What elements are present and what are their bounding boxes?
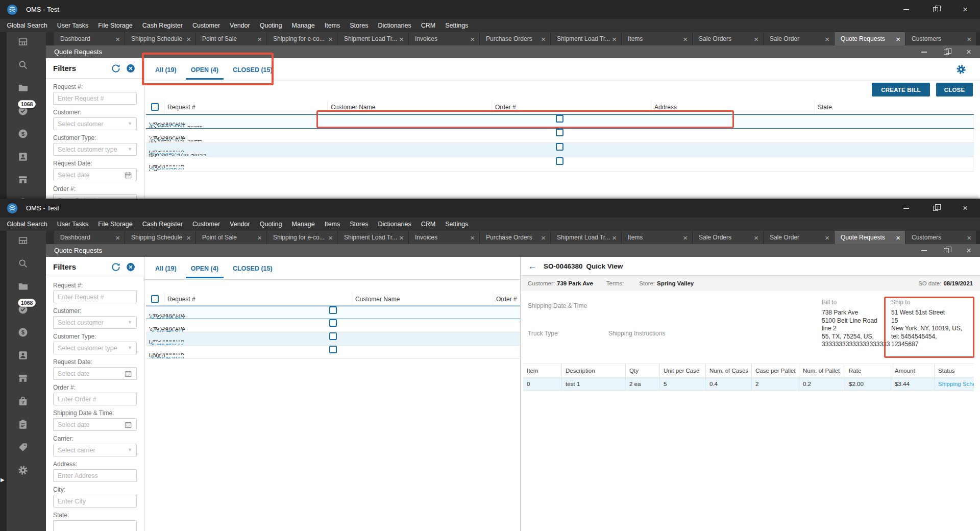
row-checkbox[interactable]: [329, 319, 337, 327]
column-customer[interactable]: Customer Name: [328, 100, 492, 114]
document-tab[interactable]: Dashboard ×: [54, 231, 125, 244]
clear-filters-icon[interactable]: [126, 63, 136, 74]
tab-close-icon[interactable]: ×: [896, 35, 900, 43]
document-tab[interactable]: Sale Order ×: [764, 32, 835, 45]
table-row[interactable]: QR-0000020 739 Park Ave SO-0046380: [146, 306, 520, 319]
tab-close-icon[interactable]: ×: [612, 234, 617, 242]
tab-close-icon[interactable]: ×: [896, 234, 900, 242]
items-table-row[interactable]: 0 test 1 2 ea 5 0.4 2 0.2 $2.00 $3.44 Sh…: [523, 377, 974, 391]
back-arrow-icon[interactable]: ←: [528, 261, 537, 271]
document-tab[interactable]: Shipment Load Tr... ×: [551, 32, 622, 45]
row-checkbox[interactable]: [329, 346, 337, 353]
menu-item[interactable]: Customer: [187, 221, 225, 228]
grid-settings-gear-icon[interactable]: [955, 64, 967, 75]
document-tab[interactable]: Shipment Load Tr... ×: [338, 32, 409, 45]
document-tab[interactable]: Items ×: [622, 231, 693, 244]
panel-minimize-button[interactable]: [913, 244, 935, 257]
table-row[interactable]: QR-0000019 739 Park Ave SO-0046301 51 We…: [146, 129, 974, 143]
menu-item[interactable]: Global Search: [2, 221, 52, 228]
column-state[interactable]: State: [815, 100, 974, 114]
column-request[interactable]: Request #: [164, 293, 352, 305]
table-row[interactable]: QR-0000018 0 SO-0046222: [146, 332, 520, 346]
filter-input[interactable]: Enter Address ▼: [53, 469, 137, 482]
panel-minimize-button[interactable]: [913, 45, 935, 58]
column-customer[interactable]: Customer Name: [352, 293, 493, 305]
file-storage-icon[interactable]: [17, 281, 29, 292]
cell-order-link[interactable]: SO-0046380: [146, 317, 520, 319]
refresh-icon[interactable]: [111, 262, 121, 272]
sidebar-expand-arrow[interactable]: ▶: [1, 477, 5, 482]
cash-register-icon[interactable]: [17, 128, 29, 139]
minimize-button[interactable]: [891, 199, 921, 218]
document-tab[interactable]: Shipment Load Tr... ×: [551, 231, 622, 244]
tab-close-icon[interactable]: ×: [257, 234, 262, 242]
stores-icon[interactable]: [17, 174, 29, 185]
filter-input[interactable]: Enter Order # ▼: [53, 393, 137, 405]
customers-icon[interactable]: [17, 350, 29, 361]
tab-close-icon[interactable]: ×: [683, 234, 688, 242]
tab-close-icon[interactable]: ×: [470, 234, 475, 242]
document-tab[interactable]: Invoices ×: [409, 32, 480, 45]
tab-close-icon[interactable]: ×: [257, 35, 262, 43]
document-tab[interactable]: Items ×: [622, 32, 693, 45]
tab-close-icon[interactable]: ×: [541, 35, 546, 43]
panel-restore-button[interactable]: [935, 45, 958, 58]
item-cell-status-link[interactable]: Shipping Sche: [935, 377, 974, 391]
filter-input[interactable]: Select date ▼: [53, 168, 137, 181]
search-icon[interactable]: [17, 59, 29, 70]
column-order[interactable]: Order #: [493, 293, 520, 305]
filter-input[interactable]: Select date ▼: [53, 367, 137, 380]
document-tab[interactable]: Purchase Orders ×: [480, 231, 551, 244]
close-request-button[interactable]: CLOSE: [936, 83, 973, 96]
tab-close-icon[interactable]: ×: [967, 35, 971, 43]
settings-gear-icon[interactable]: [17, 465, 29, 476]
clear-filters-icon[interactable]: [126, 262, 136, 272]
tab-close-icon[interactable]: ×: [683, 35, 688, 43]
row-checkbox[interactable]: [556, 157, 564, 165]
tab-close-icon[interactable]: ×: [328, 35, 333, 43]
menu-item[interactable]: Quoting: [255, 221, 287, 228]
menu-item[interactable]: Vendor: [225, 22, 255, 29]
status-tab[interactable]: All (19): [150, 261, 182, 278]
calendar-icon[interactable]: [124, 370, 132, 378]
orders-clipboard-icon[interactable]: [17, 419, 29, 430]
tab-close-icon[interactable]: ×: [328, 234, 333, 242]
table-row[interactable]: QR-0000016 00001 SO-0045620: [146, 346, 520, 359]
cell-order-link[interactable]: SO-0046222: [146, 344, 520, 345]
tab-close-icon[interactable]: ×: [115, 35, 120, 43]
menu-item[interactable]: Dictionaries: [373, 22, 416, 29]
document-tab[interactable]: Customers ×: [905, 231, 976, 244]
calendar-icon[interactable]: [124, 421, 132, 429]
panel-close-button[interactable]: ×: [958, 45, 980, 58]
filter-input[interactable]: Enter Request # ▼: [53, 92, 137, 105]
stores-icon[interactable]: [17, 373, 29, 384]
menu-item[interactable]: Settings: [440, 221, 473, 228]
close-button[interactable]: ×: [950, 199, 980, 218]
restore-button[interactable]: [921, 199, 950, 218]
filter-input[interactable]: Select date ▼: [53, 418, 137, 431]
row-checkbox[interactable]: [329, 306, 337, 314]
filter-input[interactable]: Enter Request # ▼: [53, 291, 137, 303]
document-tab[interactable]: Shipping for e-co... ×: [267, 231, 338, 244]
filter-input[interactable]: Enter City ▼: [53, 495, 137, 508]
menu-item[interactable]: Customer: [187, 22, 225, 29]
status-tab[interactable]: CLOSED (15): [228, 62, 278, 80]
document-tab[interactable]: Invoices ×: [409, 231, 480, 244]
document-tab[interactable]: Point of Sale ×: [196, 231, 267, 244]
filter-input[interactable]: Select customer type ▼: [53, 342, 137, 354]
file-storage-icon[interactable]: [17, 82, 29, 93]
minimize-button[interactable]: [891, 0, 921, 19]
tab-close-icon[interactable]: ×: [399, 234, 404, 242]
menu-item[interactable]: User Tasks: [52, 221, 93, 228]
menu-item[interactable]: Stores: [345, 221, 373, 228]
cell-order-link[interactable]: SO-0046301: [146, 330, 520, 332]
status-tab[interactable]: All (19): [150, 62, 182, 80]
menu-item[interactable]: File Storage: [93, 22, 137, 29]
document-tab[interactable]: Sale Order ×: [764, 231, 835, 244]
document-tab[interactable]: Shipment Load Tr... ×: [338, 231, 409, 244]
restore-button[interactable]: [921, 0, 950, 19]
filter-input[interactable]: Select customer ▼: [53, 117, 137, 130]
table-row[interactable]: QR-0000018 0 SO-0046222 606 West 57th St…: [146, 143, 974, 157]
document-tab[interactable]: Quote Requests ×: [835, 32, 905, 45]
select-all-checkbox[interactable]: [151, 103, 159, 111]
